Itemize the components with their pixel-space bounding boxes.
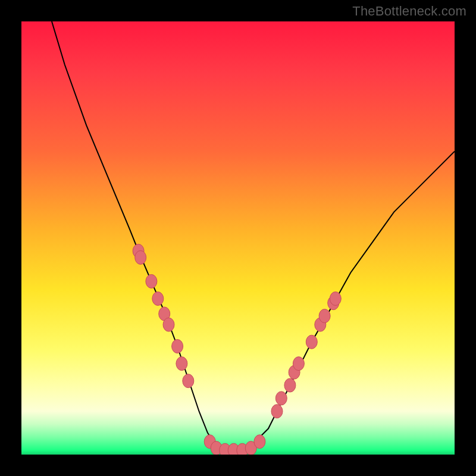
chart-frame: TheBottleneck.com bbox=[0, 0, 476, 476]
watermark-text: TheBottleneck.com bbox=[352, 4, 466, 19]
chart-svg bbox=[21, 21, 455, 455]
curve-marker bbox=[172, 340, 183, 353]
curve-marker bbox=[254, 435, 265, 449]
bottleneck-curve bbox=[52, 21, 455, 450]
curve-marker bbox=[330, 292, 341, 305]
curve-markers bbox=[133, 244, 341, 455]
curve-marker bbox=[146, 274, 157, 288]
curve-marker bbox=[176, 357, 187, 371]
curve-marker bbox=[271, 405, 283, 418]
curve-marker bbox=[275, 392, 287, 405]
curve-marker bbox=[163, 318, 174, 331]
curve-marker bbox=[152, 292, 164, 305]
curve-marker bbox=[183, 374, 194, 388]
curve-marker bbox=[293, 357, 304, 371]
curve-marker bbox=[306, 335, 317, 349]
curve-marker bbox=[319, 309, 330, 323]
curve-marker bbox=[284, 378, 296, 392]
plot-area bbox=[21, 21, 455, 455]
curve-marker bbox=[135, 250, 146, 264]
